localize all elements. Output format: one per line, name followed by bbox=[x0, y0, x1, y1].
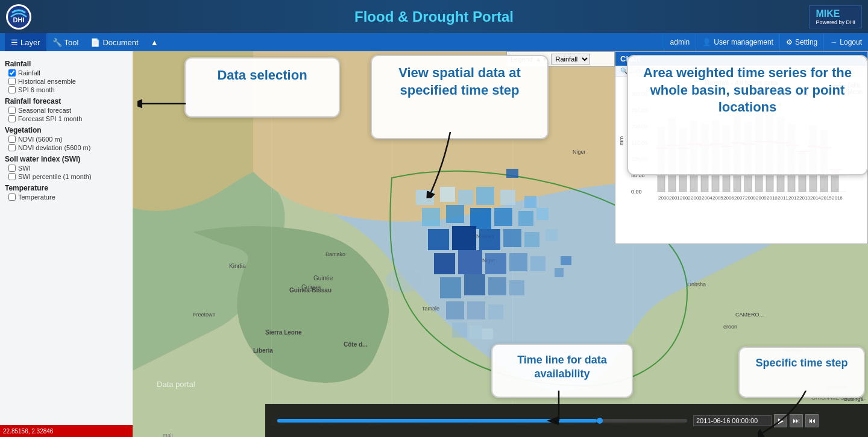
app-title: Flood & Drought Portal bbox=[354, 8, 514, 25]
timeline-track[interactable] bbox=[277, 419, 687, 423]
svg-text:2003: 2003 bbox=[691, 195, 702, 201]
layer-item: Forecast SPI 1 month bbox=[8, 115, 128, 122]
svg-text:mm: mm bbox=[618, 136, 624, 145]
nav-document[interactable]: 📄 Document bbox=[84, 33, 144, 51]
svg-rect-65 bbox=[506, 169, 518, 178]
svg-text:Kindia: Kindia bbox=[229, 263, 246, 269]
nav-user-management[interactable]: 👤 User management bbox=[696, 33, 779, 51]
svg-text:2002: 2002 bbox=[680, 195, 691, 201]
tool-icon: 🔧 bbox=[52, 38, 62, 47]
specific-timestep-callout: Specific time step bbox=[738, 347, 865, 398]
svg-text:eroon: eroon bbox=[723, 324, 737, 330]
svg-text:Onitsha: Onitsha bbox=[687, 281, 706, 288]
area-weighted-text: Area weighted time series for the whole … bbox=[640, 64, 855, 116]
mike-logo: MIKE Powered by DHI bbox=[809, 5, 862, 28]
layer-checkbox[interactable] bbox=[8, 165, 16, 172]
svg-text:0.00: 0.00 bbox=[631, 189, 642, 195]
svg-rect-4 bbox=[271, 105, 272, 437]
layer-label: NDVI (5600 m) bbox=[18, 136, 62, 143]
layer-label: Temperature bbox=[18, 193, 55, 201]
svg-rect-57 bbox=[488, 277, 506, 295]
svg-rect-56 bbox=[464, 274, 485, 295]
svg-rect-45 bbox=[452, 226, 476, 250]
svg-text:2013: 2013 bbox=[799, 195, 810, 201]
sidebar-section-title: Rainfall forecast bbox=[5, 97, 128, 105]
svg-rect-53 bbox=[509, 253, 527, 271]
layer-sidebar: RainfallRainfallHistorical ensembleSPI 6… bbox=[0, 51, 133, 437]
svg-rect-58 bbox=[509, 280, 524, 295]
sidebar-section-title: Temperature bbox=[5, 184, 128, 192]
svg-text:mali: mali bbox=[163, 432, 173, 437]
layer-checkbox[interactable] bbox=[8, 107, 16, 114]
svg-text:Bamako: Bamako bbox=[326, 251, 345, 257]
svg-text:Guinée: Guinée bbox=[313, 275, 333, 281]
svg-rect-67 bbox=[555, 268, 564, 277]
nav-layer[interactable]: ☰ Layer bbox=[5, 33, 46, 51]
svg-rect-43 bbox=[536, 208, 549, 220]
layer-checkbox[interactable] bbox=[8, 173, 16, 180]
layer-checkbox[interactable] bbox=[8, 144, 16, 151]
layer-item: Rainfall bbox=[8, 69, 128, 77]
svg-rect-40 bbox=[470, 208, 491, 229]
svg-text:Côte d...: Côte d... bbox=[344, 341, 368, 348]
coordinate-bar: 22.85156, 2.32846 bbox=[0, 425, 133, 437]
layer-checkbox[interactable] bbox=[8, 193, 16, 201]
gear-icon: ⚙ bbox=[786, 38, 793, 46]
map-container[interactable]: Guinea-Bissau Freetown Sierra Leone Libe… bbox=[133, 51, 868, 437]
svg-text:2016: 2016 bbox=[832, 195, 843, 201]
nav-right-group: admin 👤 User management ⚙ Setting → Logo… bbox=[664, 33, 868, 51]
svg-rect-48 bbox=[524, 232, 539, 247]
timeline-callout-text: Time line for data availability bbox=[505, 353, 620, 382]
timeline-callout: Time line for data availability bbox=[491, 344, 633, 398]
data-portal-label: Data portal bbox=[157, 380, 195, 389]
svg-rect-36 bbox=[500, 190, 515, 205]
legend-dropdown[interactable]: Rainfall bbox=[551, 54, 590, 64]
main-content: RainfallRainfallHistorical ensembleSPI 6… bbox=[0, 51, 868, 437]
nav-setting[interactable]: ⚙ Setting bbox=[779, 33, 823, 51]
layer-checkbox[interactable] bbox=[8, 115, 16, 122]
svg-text:2000: 2000 bbox=[658, 195, 669, 201]
area-weighted-callout: Area weighted time series for the whole … bbox=[627, 55, 868, 175]
svg-text:Sierra Leone: Sierra Leone bbox=[265, 329, 302, 336]
layer-checkbox[interactable] bbox=[8, 136, 16, 143]
svg-point-3 bbox=[386, 268, 422, 292]
svg-rect-59 bbox=[446, 301, 464, 319]
svg-text:2012: 2012 bbox=[788, 195, 799, 201]
layer-checkbox[interactable] bbox=[8, 69, 16, 77]
sidebar-sections: RainfallRainfallHistorical ensembleSPI 6… bbox=[5, 60, 128, 201]
svg-text:DHI: DHI bbox=[13, 16, 25, 24]
svg-rect-52 bbox=[485, 253, 506, 274]
layer-item: Seasonal forecast bbox=[8, 107, 128, 114]
user-icon: 👤 bbox=[702, 38, 711, 46]
layer-item: SWI bbox=[8, 165, 128, 172]
svg-text:2015: 2015 bbox=[821, 195, 832, 201]
sidebar-section-title: Vegetation bbox=[5, 126, 128, 134]
svg-rect-51 bbox=[458, 250, 482, 274]
nav-admin[interactable]: admin bbox=[664, 33, 696, 51]
svg-rect-55 bbox=[440, 277, 461, 298]
layer-item: SPI 6 month bbox=[8, 86, 128, 93]
layer-checkbox[interactable] bbox=[8, 86, 16, 93]
svg-rect-35 bbox=[476, 187, 494, 205]
svg-text:2007: 2007 bbox=[734, 195, 745, 201]
svg-rect-46 bbox=[479, 229, 500, 250]
layer-label: SWI percentile (1 month) bbox=[18, 173, 92, 180]
timeline-handle[interactable] bbox=[597, 418, 603, 424]
sidebar-section-title: Soil water index (SWI) bbox=[5, 155, 128, 163]
svg-rect-39 bbox=[446, 205, 464, 223]
nav-expand[interactable]: ▲ bbox=[145, 33, 165, 51]
layer-label: Historical ensemble bbox=[18, 78, 76, 85]
nav-tool[interactable]: 🔧 Tool bbox=[46, 33, 85, 51]
layer-item: SWI percentile (1 month) bbox=[8, 173, 128, 180]
layer-item: NDVI (5600 m) bbox=[8, 136, 128, 143]
layer-checkbox[interactable] bbox=[8, 78, 16, 85]
svg-text:2006: 2006 bbox=[723, 195, 734, 201]
svg-rect-50 bbox=[434, 253, 455, 274]
sidebar-section-title: Rainfall bbox=[5, 60, 128, 68]
svg-rect-47 bbox=[503, 229, 521, 247]
svg-rect-41 bbox=[494, 208, 512, 226]
coordinates: 22.85156, 2.32846 bbox=[3, 428, 53, 435]
layer-icon: ☰ bbox=[11, 38, 18, 47]
nav-logout[interactable]: → Logout bbox=[823, 33, 868, 51]
specific-timestep-text: Specific time step bbox=[752, 356, 852, 370]
